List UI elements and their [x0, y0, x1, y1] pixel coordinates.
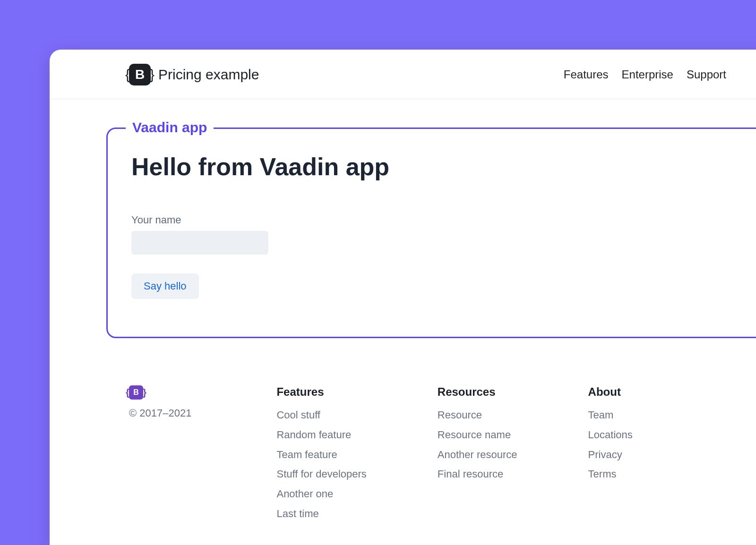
- say-hello-button[interactable]: Say hello: [131, 273, 199, 299]
- nav-link-support[interactable]: Support: [687, 68, 726, 81]
- footer-link[interactable]: Team: [588, 405, 633, 425]
- footer-col-about: About Team Locations Privacy Terms: [588, 385, 633, 524]
- vaadin-heading: Hello from Vaadin app: [131, 153, 752, 181]
- name-input[interactable]: [131, 231, 268, 255]
- footer-link[interactable]: Random feature: [276, 425, 366, 445]
- footer-link[interactable]: Team feature: [276, 445, 366, 465]
- footer-col-title: About: [588, 385, 633, 399]
- vaadin-app-panel: Vaadin app Hello from Vaadin app Your na…: [106, 128, 756, 338]
- page-footer: B © 2017–2021 Features Cool stuff Random…: [50, 357, 756, 545]
- footer-link[interactable]: Cool stuff: [276, 405, 366, 425]
- footer-link[interactable]: Another resource: [438, 445, 517, 465]
- bootstrap-small-logo-icon: B: [129, 385, 143, 400]
- footer-col-title: Features: [276, 385, 366, 399]
- footer-link[interactable]: Resource name: [438, 425, 517, 445]
- app-window: B Pricing example Features Enterprise Su…: [50, 50, 756, 545]
- footer-link[interactable]: Terms: [588, 464, 633, 484]
- nav-link-enterprise[interactable]: Enterprise: [622, 68, 673, 81]
- footer-col-title: Resources: [438, 385, 517, 399]
- footer-link[interactable]: Last time: [276, 504, 366, 524]
- footer-link[interactable]: Privacy: [588, 445, 633, 465]
- footer-link[interactable]: Stuff for developers: [276, 464, 366, 484]
- top-nav: Features Enterprise Support: [564, 68, 726, 81]
- vaadin-panel-label: Vaadin app: [126, 119, 214, 136]
- footer-col-resources: Resources Resource Resource name Another…: [438, 385, 517, 524]
- footer-logo-letter: B: [133, 388, 139, 397]
- name-field-label: Your name: [131, 214, 752, 226]
- page-header: B Pricing example Features Enterprise Su…: [50, 50, 756, 99]
- footer-link[interactable]: Final resource: [438, 464, 517, 484]
- copyright-text: © 2017–2021: [129, 407, 191, 419]
- footer-brand-block: B © 2017–2021: [129, 385, 191, 524]
- bootstrap-logo-icon: B: [129, 64, 151, 85]
- footer-link[interactable]: Locations: [588, 425, 633, 445]
- footer-link[interactable]: Resource: [438, 405, 517, 425]
- footer-col-features: Features Cool stuff Random feature Team …: [276, 385, 366, 524]
- footer-link[interactable]: Another one: [276, 484, 366, 504]
- brand: B Pricing example: [129, 64, 259, 85]
- brand-title: Pricing example: [158, 67, 259, 83]
- footer-columns: Features Cool stuff Random feature Team …: [276, 385, 632, 524]
- brand-letter: B: [135, 67, 145, 82]
- nav-link-features[interactable]: Features: [564, 68, 609, 81]
